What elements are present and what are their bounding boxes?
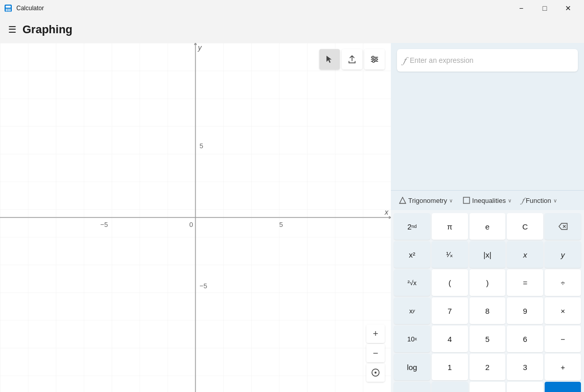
key-negate[interactable]: (−) [432, 382, 468, 392]
share-icon [347, 55, 357, 64]
ineq-label: Inequalities [472, 197, 506, 204]
key-ln[interactable]: ln [394, 382, 430, 392]
svg-text:x: x [384, 208, 389, 216]
key-y[interactable]: y [545, 241, 581, 268]
key-x-squared[interactable]: x² [394, 241, 430, 268]
key-equals[interactable]: = [507, 269, 543, 296]
key-8[interactable]: 8 [470, 297, 506, 324]
svg-rect-7 [9, 10, 11, 11]
expression-input-row[interactable]: 𝑓 Enter an expression [397, 49, 578, 72]
ineq-chevron: ∨ [508, 198, 511, 203]
func-chevron: ∨ [553, 198, 557, 203]
key-0[interactable]: 0 [470, 382, 506, 392]
graph-settings-icon [370, 55, 379, 64]
key-2[interactable]: 2 [470, 354, 506, 380]
svg-point-26 [375, 372, 377, 374]
svg-rect-28 [463, 197, 470, 203]
svg-rect-3 [8, 9, 9, 10]
select-tool-button[interactable] [319, 49, 340, 70]
app-header: ☰ Graphing [0, 16, 584, 43]
key-divide[interactable]: ÷ [545, 269, 581, 296]
key-abs[interactable]: |x| [470, 241, 506, 268]
right-panel: 𝑓 Enter an expression Trigonometry ∨ [391, 43, 584, 392]
zoom-in-button[interactable]: + [366, 325, 385, 343]
titlebar-controls: − □ ✕ [509, 0, 580, 16]
inequalities-button[interactable]: Inequalities ∨ [459, 195, 516, 206]
minimize-button[interactable]: − [509, 0, 533, 16]
function-button[interactable]: 𝑓 Function ∨ [518, 194, 561, 207]
graph-settings-button[interactable] [364, 49, 385, 70]
key-reciprocal[interactable]: ¹⁄ₓ [432, 241, 468, 268]
key-sqrt[interactable]: ²√x [394, 269, 430, 296]
zoom-out-button[interactable]: − [366, 344, 385, 362]
key-enter[interactable]: ↵ [545, 382, 581, 392]
graph-toolbar [319, 49, 385, 70]
svg-rect-2 [6, 9, 7, 10]
titlebar-left: Calculator [4, 4, 44, 12]
svg-marker-27 [400, 197, 406, 203]
key-clear[interactable]: C [507, 213, 543, 240]
app-title: Graphing [22, 23, 73, 36]
expression-blank-area [391, 78, 584, 190]
key-6[interactable]: 6 [507, 326, 543, 352]
key-2nd[interactable]: 2nd [394, 213, 430, 240]
key-open-paren[interactable]: ( [432, 269, 468, 296]
svg-text:y: y [198, 43, 202, 52]
svg-text:0: 0 [189, 221, 193, 228]
titlebar: Calculator − □ ✕ [0, 0, 584, 16]
function-icon: 𝑓 [403, 55, 406, 66]
svg-rect-4 [9, 9, 11, 10]
titlebar-title: Calculator [16, 5, 44, 12]
key-x[interactable]: x [507, 241, 543, 268]
expression-placeholder: Enter an expression [410, 56, 474, 64]
share-tool-button[interactable] [342, 49, 362, 70]
key-x-to-y[interactable]: xy [394, 297, 430, 324]
ineq-icon [463, 197, 470, 204]
key-decimal[interactable]: . [507, 382, 543, 392]
key-7[interactable]: 7 [432, 297, 468, 324]
keypad-toolbar: Trigonometry ∨ Inequalities ∨ 𝑓 Function… [391, 190, 584, 210]
key-add[interactable]: + [545, 354, 581, 380]
svg-rect-1 [6, 6, 11, 8]
close-button[interactable]: ✕ [556, 0, 580, 16]
key-subtract[interactable]: − [545, 326, 581, 352]
svg-text:5: 5 [200, 142, 203, 150]
svg-text:5: 5 [279, 221, 283, 228]
backspace-icon [558, 222, 568, 230]
app-icon [4, 4, 12, 12]
trig-icon [399, 197, 406, 204]
func-icon: 𝑓 [522, 196, 524, 205]
svg-point-8 [372, 56, 374, 58]
key-pi[interactable]: π [432, 213, 468, 240]
app-container: ☰ Graphing [0, 16, 584, 392]
svg-point-10 [372, 60, 375, 62]
key-9[interactable]: 9 [507, 297, 543, 324]
key-log[interactable]: log [394, 354, 430, 380]
trig-label: Trigonometry [408, 197, 447, 204]
key-3[interactable]: 3 [507, 354, 543, 380]
keypad: 2nd π e C x² ¹⁄ₓ |x| x y ²√x [391, 210, 584, 392]
zoom-reset-button[interactable] [366, 363, 385, 382]
svg-text:−5: −5 [100, 221, 108, 228]
svg-text:−5: −5 [200, 282, 207, 290]
zoom-controls: + − [366, 325, 385, 382]
key-close-paren[interactable]: ) [470, 269, 506, 296]
key-5[interactable]: 5 [470, 326, 506, 352]
trigonometry-button[interactable]: Trigonometry ∨ [395, 195, 457, 206]
key-multiply[interactable]: × [545, 297, 581, 324]
expression-area: 𝑓 Enter an expression [391, 43, 584, 78]
graph-area[interactable]: 0 5 −5 5 −5 x y + − [0, 43, 391, 392]
key-1[interactable]: 1 [432, 354, 468, 380]
key-4[interactable]: 4 [432, 326, 468, 352]
key-backspace[interactable] [545, 213, 581, 240]
svg-rect-5 [6, 10, 7, 11]
hamburger-menu-icon[interactable]: ☰ [8, 24, 16, 35]
svg-rect-6 [8, 10, 9, 11]
zoom-reset-icon [371, 368, 380, 377]
key-e[interactable]: e [470, 213, 506, 240]
trig-chevron: ∨ [449, 198, 453, 203]
svg-point-9 [375, 58, 377, 60]
maximize-button[interactable]: □ [533, 0, 556, 16]
key-10x[interactable]: 10x [394, 326, 430, 352]
main-content: 0 5 −5 5 −5 x y + − [0, 43, 584, 392]
